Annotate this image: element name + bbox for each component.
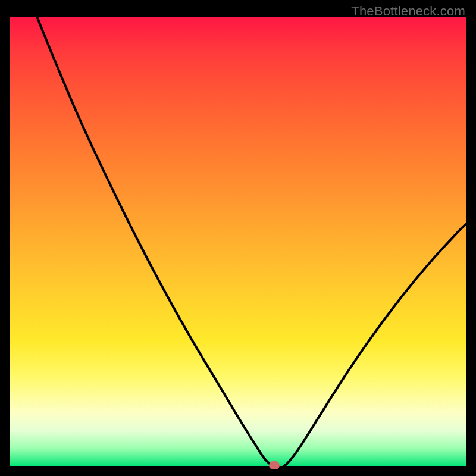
bottleneck-curve — [10, 17, 466, 466]
chart-frame: TheBottleneck.com — [0, 0, 476, 476]
plot-area — [10, 17, 466, 466]
minimum-marker — [269, 461, 280, 469]
